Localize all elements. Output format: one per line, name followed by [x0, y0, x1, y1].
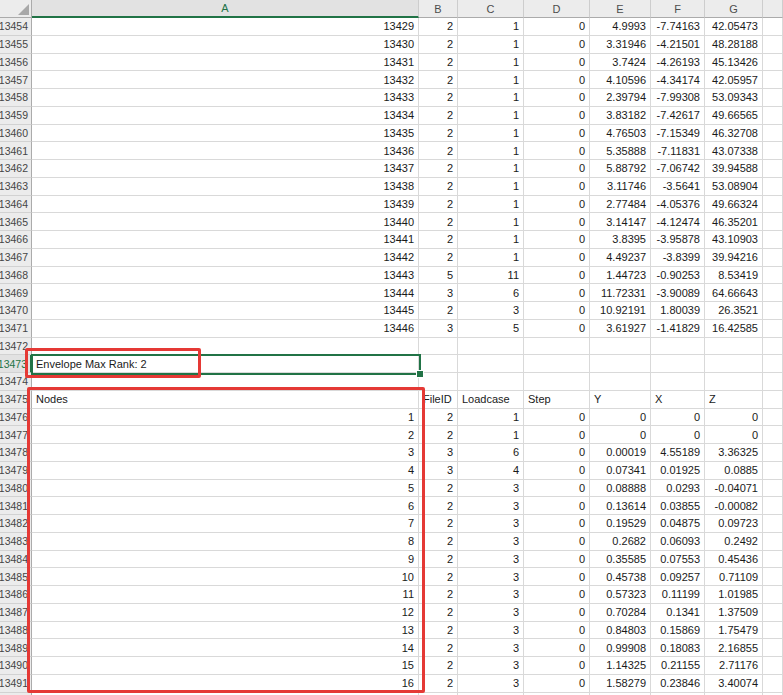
cell[interactable]: 0.45436	[705, 551, 763, 569]
cell[interactable]	[590, 355, 651, 373]
row-header-13456[interactable]: 13456	[0, 54, 32, 72]
cell[interactable]: 0	[524, 18, 590, 36]
cell-sliver[interactable]	[763, 639, 783, 657]
cell-sliver[interactable]	[763, 355, 783, 373]
cell[interactable]: 43.10903	[705, 231, 763, 249]
column-header-E[interactable]: E	[590, 0, 651, 18]
cell-sliver[interactable]	[763, 426, 783, 444]
cell[interactable]: 26.3521	[705, 302, 763, 320]
cell[interactable]	[590, 338, 651, 356]
cell[interactable]: 1.75479	[705, 622, 763, 640]
cell[interactable]: 0.1341	[651, 604, 705, 622]
cell[interactable]: 1	[32, 409, 419, 427]
cell-sliver[interactable]	[763, 178, 783, 196]
cell[interactable]: 2	[419, 36, 458, 54]
cell[interactable]: 1	[458, 36, 524, 54]
cell[interactable]: 3	[458, 675, 524, 693]
cell[interactable]: 8	[32, 533, 419, 551]
cell[interactable]: 3.31946	[590, 36, 651, 54]
row-header-13483[interactable]: 13483	[0, 533, 32, 551]
cell[interactable]: 3.7424	[590, 54, 651, 72]
cell[interactable]: 1	[458, 89, 524, 107]
cell[interactable]: 0	[705, 426, 763, 444]
cell[interactable]	[524, 373, 590, 391]
cell[interactable]: 2	[419, 533, 458, 551]
cell[interactable]: 2	[419, 639, 458, 657]
cell-sliver[interactable]	[763, 142, 783, 160]
cell[interactable]: 0	[651, 409, 705, 427]
cell[interactable]: 10	[32, 568, 419, 586]
cell[interactable]: X	[651, 391, 705, 409]
cell[interactable]: 0	[524, 71, 590, 89]
cell[interactable]: 1.01985	[705, 586, 763, 604]
cell[interactable]: 2.16855	[705, 639, 763, 657]
cell-sliver[interactable]	[763, 71, 783, 89]
cell[interactable]: 43.07338	[705, 142, 763, 160]
cell[interactable]: 13440	[32, 213, 419, 231]
row-header-13471[interactable]: 13471	[0, 320, 32, 338]
cell[interactable]	[524, 338, 590, 356]
cell-sliver[interactable]	[763, 373, 783, 391]
cell[interactable]: 0	[524, 675, 590, 693]
cell[interactable]: Loadcase	[458, 391, 524, 409]
cell[interactable]: 2	[419, 657, 458, 675]
row-header-13466[interactable]: 13466	[0, 231, 32, 249]
cell[interactable]: 2	[32, 426, 419, 444]
cell[interactable]: 0.57323	[590, 586, 651, 604]
cell[interactable]: 0.09257	[651, 568, 705, 586]
cell[interactable]: 6	[32, 497, 419, 515]
cell[interactable]: 2	[419, 107, 458, 125]
row-header-13484[interactable]: 13484	[0, 551, 32, 569]
row-header-13455[interactable]: 13455	[0, 36, 32, 54]
cell[interactable]: 3	[32, 444, 419, 462]
cell[interactable]: 2.39794	[590, 89, 651, 107]
cell[interactable]	[419, 355, 458, 373]
cell[interactable]: -3.90089	[651, 284, 705, 302]
cell[interactable]: 6	[458, 284, 524, 302]
cell[interactable]: 16.42585	[705, 320, 763, 338]
cell[interactable]: 0.45738	[590, 568, 651, 586]
cell[interactable]	[651, 355, 705, 373]
cell[interactable]: 13438	[32, 178, 419, 196]
cell[interactable]: 46.35201	[705, 213, 763, 231]
cell[interactable]: 3	[458, 568, 524, 586]
cell-sliver[interactable]	[763, 249, 783, 267]
cell-sliver[interactable]	[763, 604, 783, 622]
cell[interactable]	[651, 338, 705, 356]
cell[interactable]: 3	[419, 462, 458, 480]
cell-sliver[interactable]	[763, 444, 783, 462]
cell[interactable]: 0.07341	[590, 462, 651, 480]
cell[interactable]: 3.14147	[590, 213, 651, 231]
row-header-13463[interactable]: 13463	[0, 178, 32, 196]
cell[interactable]: 2	[419, 497, 458, 515]
cell[interactable]: 3	[458, 497, 524, 515]
cell[interactable]: 0	[524, 533, 590, 551]
cell-sliver[interactable]	[763, 160, 783, 178]
cell[interactable]: -7.11831	[651, 142, 705, 160]
cell[interactable]: 13442	[32, 249, 419, 267]
cell[interactable]: 0	[524, 497, 590, 515]
cell[interactable]: 1	[458, 213, 524, 231]
cell[interactable]: Y	[590, 391, 651, 409]
cell[interactable]: 1.58279	[590, 675, 651, 693]
cell[interactable]	[32, 338, 419, 356]
cell-sliver[interactable]	[763, 231, 783, 249]
cell[interactable]: 3.83182	[590, 107, 651, 125]
cell[interactable]: 0.70284	[590, 604, 651, 622]
row-header-13480[interactable]: 13480	[0, 480, 32, 498]
cell-sliver[interactable]	[763, 533, 783, 551]
cell[interactable]: 3.11746	[590, 178, 651, 196]
row-header-13468[interactable]: 13468	[0, 267, 32, 285]
cell[interactable]: 2	[419, 125, 458, 143]
cell-sliver[interactable]	[763, 196, 783, 214]
row-header-13474[interactable]: 13474	[0, 373, 32, 391]
select-all-corner[interactable]	[0, 0, 32, 18]
cell[interactable]: -3.8399	[651, 249, 705, 267]
cell[interactable]: 0	[524, 231, 590, 249]
cell[interactable]: 0.0293	[651, 480, 705, 498]
cell[interactable]: 3	[419, 444, 458, 462]
cell[interactable]: 2	[419, 568, 458, 586]
cell[interactable]: 7	[32, 515, 419, 533]
row-header-13475[interactable]: 13475	[0, 391, 32, 409]
row-header-13476[interactable]: 13476	[0, 409, 32, 427]
